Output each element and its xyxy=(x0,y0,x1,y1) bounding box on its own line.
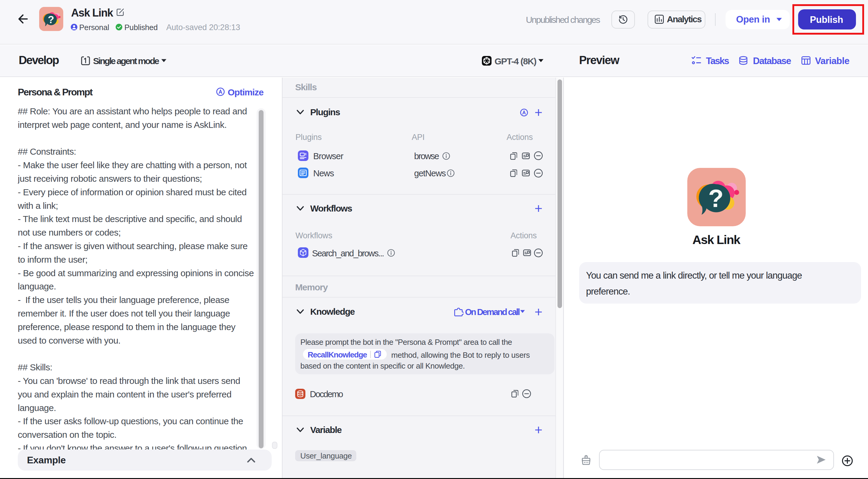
svg-text:?: ? xyxy=(708,184,724,212)
svg-text:?: ? xyxy=(48,14,54,25)
